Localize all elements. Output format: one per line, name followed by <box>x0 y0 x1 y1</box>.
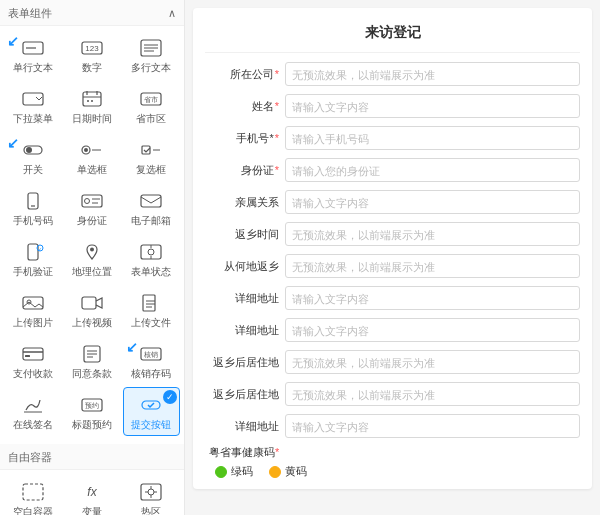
form-status-label: 表单状态 <box>131 266 171 278</box>
svg-text:核销: 核销 <box>143 351 158 359</box>
esign-icon <box>19 394 47 416</box>
comp-email[interactable]: 电子邮箱 <box>123 183 180 232</box>
field-input-idcard[interactable]: 请输入您的身份证 <box>285 158 580 182</box>
comp-phone[interactable]: 手机号码 <box>4 183 61 232</box>
variable-label: 变量 <box>82 506 102 515</box>
submit-btn-icon <box>137 394 165 416</box>
single-text-icon <box>19 37 47 59</box>
number-icon: 123 <box>78 37 106 59</box>
health-code-section: 粤省事健康码* 绿码 黄码 <box>205 445 580 479</box>
section-collapse-icon[interactable]: ∧ <box>168 7 176 20</box>
field-input-detail-addr1[interactable]: 请输入文字内容 <box>285 286 580 310</box>
field-input-home-addr2[interactable]: 无预流效果，以前端展示为准 <box>285 382 580 406</box>
email-label: 电子邮箱 <box>131 215 171 227</box>
form-row-idcard: 身份证*请输入您的身份证 <box>205 157 580 183</box>
comp-submit-btn[interactable]: ✓ 提交按钮 <box>123 387 180 436</box>
comp-radio[interactable]: 单选框 <box>63 132 120 181</box>
svg-rect-48 <box>25 355 30 357</box>
form-row-detail-addr1: 详细地址请输入文字内容 <box>205 285 580 311</box>
comp-esign[interactable]: 在线签名 <box>4 387 61 436</box>
comp-toggle[interactable]: ↙ 开关 <box>4 132 61 181</box>
comp-variable[interactable]: fx 变量 <box>63 474 120 515</box>
comp-reservation[interactable]: 预约 标题预约 <box>63 387 120 436</box>
field-input-mobile[interactable]: 请输入手机号码 <box>285 126 580 150</box>
form-row-name: 姓名*请输入文字内容 <box>205 93 580 119</box>
comp-city[interactable]: 省市 省市区 <box>123 81 180 130</box>
svg-rect-42 <box>143 295 155 311</box>
upload-video-label: 上传视频 <box>72 317 112 329</box>
svg-point-27 <box>84 199 89 204</box>
comp-phone-verify[interactable]: ✓ 手机验证 <box>4 234 61 283</box>
field-label-home-addr1: 返乡后居住地 <box>205 355 285 369</box>
empty-container-icon <box>19 481 47 503</box>
comp-empty-container[interactable]: 空白容器 <box>4 474 61 515</box>
reservation-label: 标题预约 <box>72 419 112 431</box>
phone-icon <box>19 190 47 212</box>
svg-rect-41 <box>82 297 96 309</box>
field-input-detail-addr2[interactable]: 请输入文字内容 <box>285 318 580 342</box>
comp-terms[interactable]: 同意条款 <box>63 336 120 385</box>
field-label-idcard: 身份证* <box>205 163 285 177</box>
datetime-label: 日期时间 <box>72 113 112 125</box>
left-panel: 表单组件 ∧ ↙ 单行文本 123 数字 <box>0 0 185 515</box>
checkbox-label: 复选框 <box>136 164 166 176</box>
svg-point-34 <box>90 248 94 252</box>
comp-multi-text[interactable]: 多行文本 <box>123 30 180 79</box>
section-label-self: 自由容器 <box>8 450 52 465</box>
comp-location[interactable]: 地理位置 <box>63 234 120 283</box>
hotzone-icon <box>137 481 165 503</box>
comp-checkbox[interactable]: 复选框 <box>123 132 180 181</box>
payment-label: 支付收款 <box>13 368 53 380</box>
svg-point-13 <box>87 100 89 102</box>
field-label-detail-addr3: 详细地址 <box>205 419 285 433</box>
radio-green[interactable]: 绿码 <box>215 464 253 479</box>
comp-form-status[interactable]: 表单状态 <box>123 234 180 283</box>
single-text-label: 单行文本 <box>13 62 53 74</box>
svg-rect-9 <box>83 92 101 106</box>
field-input-home-addr1[interactable]: 无预流效果，以前端展示为准 <box>285 350 580 374</box>
field-label-name: 姓名* <box>205 99 285 113</box>
section-label-form: 表单组件 <box>8 6 52 21</box>
comp-single-text[interactable]: ↙ 单行文本 <box>4 30 61 79</box>
form-row-company: 所在公司*无预流效果，以前端展示为准 <box>205 61 580 87</box>
comp-verify-code[interactable]: ↙ 核销 核销存码 <box>123 336 180 385</box>
field-input-from-where[interactable]: 无预流效果，以前端展示为准 <box>285 254 580 278</box>
comp-idcard[interactable]: 身份证 <box>63 183 120 232</box>
field-input-name[interactable]: 请输入文字内容 <box>285 94 580 118</box>
toggle-icon <box>19 139 47 161</box>
field-input-return-time[interactable]: 无预流效果，以前端展示为准 <box>285 222 580 246</box>
comp-upload-file[interactable]: 上传文件 <box>123 285 180 334</box>
radio-yellow-label: 黄码 <box>285 464 307 479</box>
comp-dropdown[interactable]: 下拉菜单 <box>4 81 61 130</box>
svg-point-36 <box>148 249 154 255</box>
svg-point-62 <box>148 489 154 495</box>
comp-number[interactable]: 123 数字 <box>63 30 120 79</box>
payment-icon <box>19 343 47 365</box>
field-input-company[interactable]: 无预流效果，以前端展示为准 <box>285 62 580 86</box>
radio-green-label: 绿码 <box>231 464 253 479</box>
radio-yellow[interactable]: 黄码 <box>269 464 307 479</box>
arrow-indicator: ↙ <box>7 33 19 49</box>
field-input-relation[interactable]: 请输入文字内容 <box>285 190 580 214</box>
comp-upload-video[interactable]: 上传视频 <box>63 285 120 334</box>
radio-group: 绿码 黄码 <box>205 464 580 479</box>
checkbox-icon <box>137 139 165 161</box>
field-input-detail-addr3[interactable]: 请输入文字内容 <box>285 414 580 438</box>
comp-payment[interactable]: 支付收款 <box>4 336 61 385</box>
form-row-home-addr2: 返乡后居住地无预流效果，以前端展示为准 <box>205 381 580 407</box>
dropdown-icon <box>19 88 47 110</box>
upload-file-icon <box>137 292 165 314</box>
phone-verify-label: 手机验证 <box>13 266 53 278</box>
svg-rect-59 <box>23 484 43 500</box>
comp-datetime[interactable]: 日期时间 <box>63 81 120 130</box>
check-badge: ✓ <box>163 390 177 404</box>
radio-label: 单选框 <box>77 164 107 176</box>
comp-upload-image[interactable]: 上传图片 <box>4 285 61 334</box>
svg-text:省市: 省市 <box>144 96 158 103</box>
submit-btn-label: 提交按钮 <box>131 419 171 431</box>
multi-text-label: 多行文本 <box>131 62 171 74</box>
terms-label: 同意条款 <box>72 368 112 380</box>
section-header-self: 自由容器 <box>0 444 184 470</box>
comp-hotzone[interactable]: 热区 <box>123 474 180 515</box>
phone-verify-icon: ✓ <box>19 241 47 263</box>
